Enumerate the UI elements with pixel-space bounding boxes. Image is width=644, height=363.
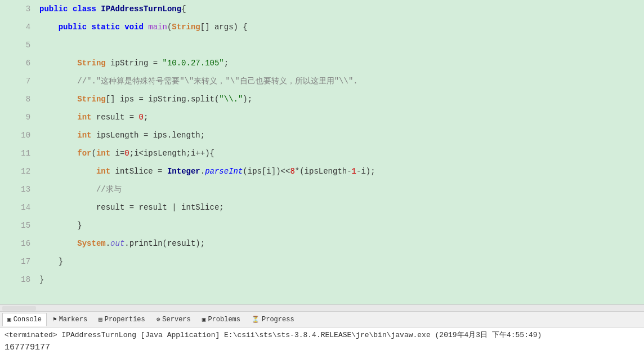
line-number: 18: [0, 271, 37, 289]
markers-tab-label: Markers: [59, 316, 87, 324]
console-tab-icon: ▣: [7, 316, 11, 323]
table-row: 7 //"."这种算是特殊符号需要"\"来转义，"\"自己也要转义，所以这里用"…: [0, 72, 644, 90]
scrollbar-track[interactable]: [2, 306, 36, 311]
console-area: <terminated> IPAddressTurnLong [Java App…: [0, 327, 644, 363]
table-row: 12 int intSlice = Integer.parseInt(ips[i…: [0, 162, 644, 180]
line-number: 10: [0, 126, 37, 144]
table-row: 5: [0, 36, 644, 54]
table-row: 9 int result = 0;: [0, 108, 644, 126]
line-number: 15: [0, 216, 37, 234]
line-code: result = result | intSlice;: [37, 198, 644, 216]
tab-progress[interactable]: ⏳Progress: [247, 313, 299, 326]
properties-tab-icon: ▤: [99, 316, 102, 323]
line-code: System.out.println(result);: [37, 234, 644, 253]
table-row: 3public class IPAddressTurnLong{: [0, 0, 644, 18]
tab-servers[interactable]: ⚙Servers: [151, 313, 196, 326]
table-row: 6 String ipString = "10.0.27.105";: [0, 54, 644, 72]
table-row: 8 String[] ips = ipString.split("\\.");: [0, 90, 644, 108]
servers-tab-icon: ⚙: [156, 316, 160, 323]
table-row: 17 }: [0, 253, 644, 271]
line-number: 4: [0, 18, 37, 36]
tab-console[interactable]: ▣Console: [2, 313, 47, 326]
line-number: 7: [0, 72, 37, 90]
line-code: [37, 36, 644, 54]
progress-tab-label: Progress: [262, 316, 294, 324]
line-code: public class IPAddressTurnLong{: [37, 0, 644, 18]
tab-markers[interactable]: ⚑Markers: [48, 313, 92, 326]
console-tab-label: Console: [14, 316, 42, 324]
tab-properties[interactable]: ▤Properties: [93, 313, 150, 326]
line-number: 14: [0, 198, 37, 216]
markers-tab-icon: ⚑: [53, 316, 57, 323]
line-code: }: [37, 253, 644, 271]
line-code: String ipString = "10.0.27.105";: [37, 54, 644, 72]
line-number: 9: [0, 108, 37, 126]
line-code: int result = 0;: [37, 108, 644, 126]
line-number: 13: [0, 180, 37, 198]
properties-tab-label: Properties: [105, 316, 145, 324]
line-code: }: [37, 216, 644, 234]
servers-tab-label: Servers: [162, 316, 190, 324]
table-row: 4 public static void main(String[] args)…: [0, 18, 644, 36]
line-number: 5: [0, 36, 37, 54]
line-number: 11: [0, 144, 37, 162]
tabs-bar: ▣Console⚑Markers▤Properties⚙Servers▣Prob…: [0, 311, 644, 327]
horizontal-scrollbar[interactable]: [0, 304, 644, 311]
line-number: 3: [0, 0, 37, 18]
table-row: 13 //求与: [0, 180, 644, 198]
table-row: 14 result = result | intSlice;: [0, 198, 644, 216]
console-output: 167779177: [5, 341, 639, 355]
line-code: //求与: [37, 180, 644, 198]
code-editor: 3public class IPAddressTurnLong{4 public…: [0, 0, 644, 304]
table-row: 18}: [0, 271, 644, 289]
progress-tab-icon: ⏳: [252, 316, 260, 323]
line-code: public static void main(String[] args) {: [37, 18, 644, 36]
line-code: String[] ips = ipString.split("\\.");: [37, 90, 644, 108]
line-code: int ipsLength = ips.length;: [37, 126, 644, 144]
line-code: for(int i=0;i<ipsLength;i++){: [37, 144, 644, 162]
line-number: 12: [0, 162, 37, 180]
table-row: 10 int ipsLength = ips.length;: [0, 126, 644, 144]
code-table: 3public class IPAddressTurnLong{4 public…: [0, 0, 644, 289]
table-row: 15 }: [0, 216, 644, 234]
tab-problems[interactable]: ▣Problems: [197, 313, 245, 326]
table-row: 16 System.out.println(result);: [0, 234, 644, 253]
line-number: 17: [0, 253, 37, 271]
table-row: 11 for(int i=0;i<ipsLength;i++){: [0, 144, 644, 162]
problems-tab-label: Problems: [208, 316, 240, 324]
line-number: 16: [0, 234, 37, 253]
line-code: }: [37, 271, 644, 289]
line-code: int intSlice = Integer.parseInt(ips[i])<…: [37, 162, 644, 180]
problems-tab-icon: ▣: [202, 316, 206, 323]
line-number: 6: [0, 54, 37, 72]
line-number: 8: [0, 90, 37, 108]
terminated-text: <terminated> IPAddressTurnLong [Java App…: [5, 330, 639, 341]
line-code: //"."这种算是特殊符号需要"\"来转义，"\"自己也要转义，所以这里用"\\…: [37, 72, 644, 90]
